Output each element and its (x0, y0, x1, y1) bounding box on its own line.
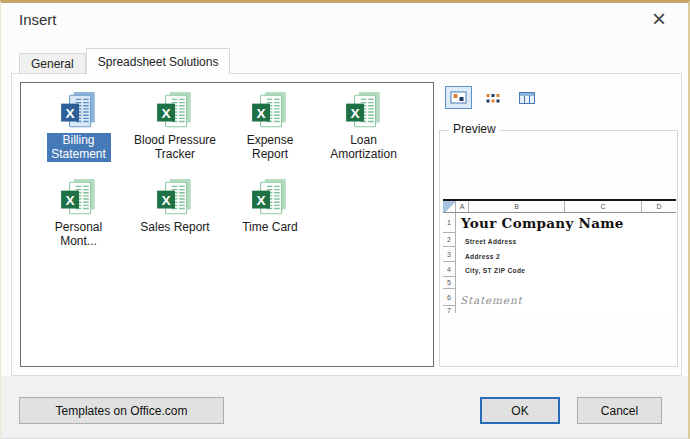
template-item-personal-monthly[interactable]: X Personal Mont... (31, 176, 126, 248)
details-view-button[interactable] (513, 86, 540, 109)
column-header: A (456, 201, 469, 212)
template-item-time-card[interactable]: X Time Card (224, 176, 316, 248)
column-header: C (565, 201, 642, 212)
template-item-label: Billing Statement (47, 133, 111, 162)
template-item-label: Sales Report (140, 220, 209, 234)
insert-dialog: Insert × General Spreadsheet Solutions X… (0, 0, 690, 439)
small-icons-view-icon (484, 91, 502, 105)
svg-text:X: X (65, 106, 74, 121)
template-grid: X Billing Statement X Blood Pressure Tra… (21, 83, 433, 249)
row-header: 1 (443, 213, 456, 233)
tab-spreadsheet-solutions[interactable]: Spreadsheet Solutions (86, 48, 231, 74)
row-header: 2 (443, 233, 456, 247)
svg-text:X: X (256, 106, 265, 121)
column-header: B (469, 201, 565, 212)
tab-general[interactable]: General (19, 53, 86, 74)
row-header: 3 (443, 247, 456, 262)
row-header: 4 (443, 262, 456, 277)
large-icons-view-icon (450, 91, 468, 105)
details-view-icon (518, 91, 536, 105)
excel-file-icon: X (248, 91, 292, 131)
view-mode-toolbar (445, 86, 540, 109)
cell-city-state-zip: City, ST ZIP Code (465, 267, 525, 274)
template-item-label: Loan Amortization (325, 133, 403, 161)
svg-text:X: X (161, 106, 170, 121)
template-list[interactable]: X Billing Statement X Blood Pressure Tra… (20, 82, 434, 367)
template-item-billing-statement[interactable]: X Billing Statement (31, 89, 126, 162)
column-header-row: A B C D (443, 201, 676, 213)
excel-file-icon: X (57, 178, 101, 218)
template-item-loan-amortization[interactable]: X Loan Amortization (316, 89, 411, 162)
sheet-cells: Your Company Name Street Address Address… (456, 213, 676, 313)
template-item-label: Expense Report (240, 133, 300, 161)
sheet-body: 1 2 3 4 5 6 7 Your Company Name Street A… (443, 213, 676, 313)
column-header: D (642, 201, 676, 212)
template-item-blood-pressure-tracker[interactable]: X Blood Pressure Tracker (126, 89, 224, 162)
template-item-sales-report[interactable]: X Sales Report (126, 176, 224, 248)
spreadsheet-preview: A B C D 1 2 3 4 5 6 7 Y (443, 199, 676, 313)
cancel-button[interactable]: Cancel (577, 397, 662, 424)
excel-file-icon: X (57, 91, 101, 131)
preview-group-box: Preview A B C D 1 2 3 4 5 6 (439, 130, 678, 367)
dialog-footer: Templates on Office.com OK Cancel (1, 376, 688, 439)
excel-file-icon: X (248, 178, 292, 218)
svg-text:X: X (161, 193, 170, 208)
large-icons-view-button[interactable] (445, 86, 472, 109)
close-icon[interactable]: × (642, 3, 676, 35)
tab-bar: General Spreadsheet Solutions (19, 48, 230, 74)
row-header-column: 1 2 3 4 5 6 7 (443, 213, 456, 313)
excel-file-icon: X (342, 91, 386, 131)
ok-button[interactable]: OK (480, 397, 560, 424)
row-header: 6 (443, 289, 456, 306)
template-item-expense-report[interactable]: X Expense Report (224, 89, 316, 162)
cell-statement: Statement (460, 294, 522, 306)
template-item-label: Personal Mont... (52, 220, 106, 248)
row-header: 5 (443, 277, 456, 289)
svg-text:X: X (256, 193, 265, 208)
excel-file-icon: X (153, 91, 197, 131)
template-item-label: Blood Pressure Tracker (131, 133, 219, 161)
template-item-label: Time Card (242, 220, 298, 234)
svg-text:X: X (350, 106, 359, 121)
cell-company-name: Your Company Name (461, 215, 624, 231)
cell-address2: Address 2 (465, 253, 500, 260)
tab-page: X Billing Statement X Blood Pressure Tra… (11, 73, 682, 376)
row-header: 7 (443, 306, 456, 313)
svg-text:X: X (65, 193, 74, 208)
templates-on-office-button[interactable]: Templates on Office.com (19, 397, 224, 424)
select-all-corner-icon (443, 201, 456, 212)
excel-file-icon: X (153, 178, 197, 218)
small-icons-view-button[interactable] (479, 86, 506, 109)
cell-street-address: Street Address (465, 238, 517, 245)
preview-group-label: Preview (449, 122, 500, 136)
dialog-title: Insert (19, 11, 57, 28)
